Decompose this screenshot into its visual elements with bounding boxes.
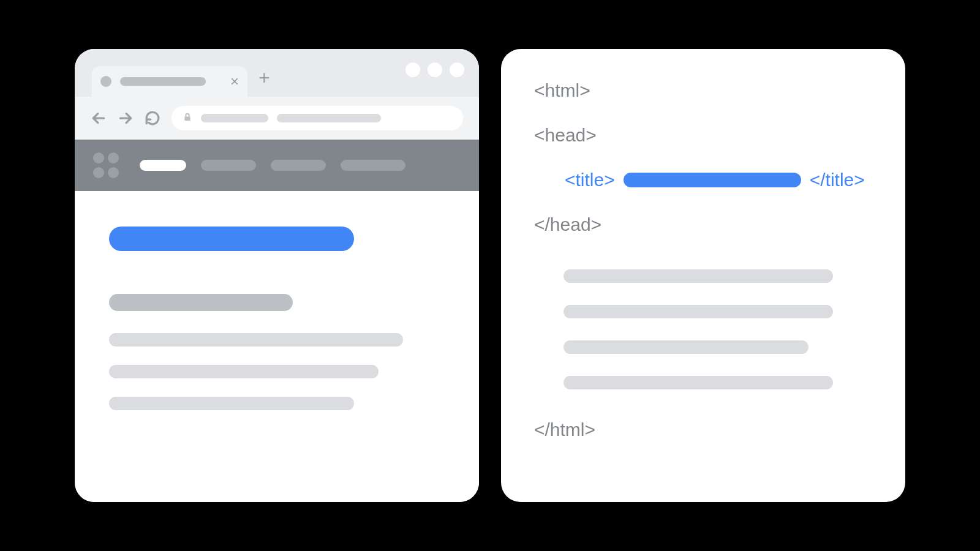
tab-strip: × + [75,49,479,97]
window-control-max[interactable] [428,62,442,77]
nav-item-active[interactable] [140,160,186,171]
reload-icon[interactable] [145,110,160,126]
window-controls [405,62,464,77]
address-bar[interactable] [172,106,463,130]
src-title-close: </title> [810,168,865,192]
src-body-line [564,376,833,389]
src-body-block [534,257,872,418]
src-title-content [624,173,801,187]
tab-title-placeholder [120,77,206,86]
src-head-close: </head> [534,212,872,236]
src-body-line [564,269,833,283]
window-control-close[interactable] [450,62,464,77]
page-title-bar [109,227,354,251]
tab-favicon [100,76,111,87]
nav-item[interactable] [271,160,326,171]
src-body-line [564,340,809,354]
app-grid-icon[interactable] [93,152,119,178]
src-title-line: <title> </title> [565,168,872,192]
browser-window: × + [75,49,479,502]
back-icon[interactable] [91,110,107,126]
nav-item[interactable] [341,160,405,171]
page-content [75,191,479,502]
nav-item[interactable] [201,160,256,171]
tab-close-icon[interactable]: × [230,73,239,90]
src-head-open: <head> [534,123,872,147]
src-html-open: <html> [534,78,872,102]
lock-icon [183,111,192,125]
url-segment [201,114,268,122]
body-text-line [109,397,354,410]
url-segment [277,114,381,122]
body-text-line [109,333,403,347]
forward-icon[interactable] [118,110,134,126]
browser-toolbar [75,97,479,140]
svg-rect-2 [184,116,190,121]
browser-tab[interactable]: × [92,66,247,97]
src-title-open: <title> [565,168,615,192]
page-subheading [109,294,293,311]
site-navigation [75,140,479,191]
html-source-panel: <html> <head> <title> </title> </head> <… [501,49,905,502]
window-control-min[interactable] [405,62,420,77]
src-body-line [564,305,833,318]
new-tab-button[interactable]: + [258,67,270,89]
body-text-line [109,365,379,378]
src-html-close: </html> [534,418,872,441]
